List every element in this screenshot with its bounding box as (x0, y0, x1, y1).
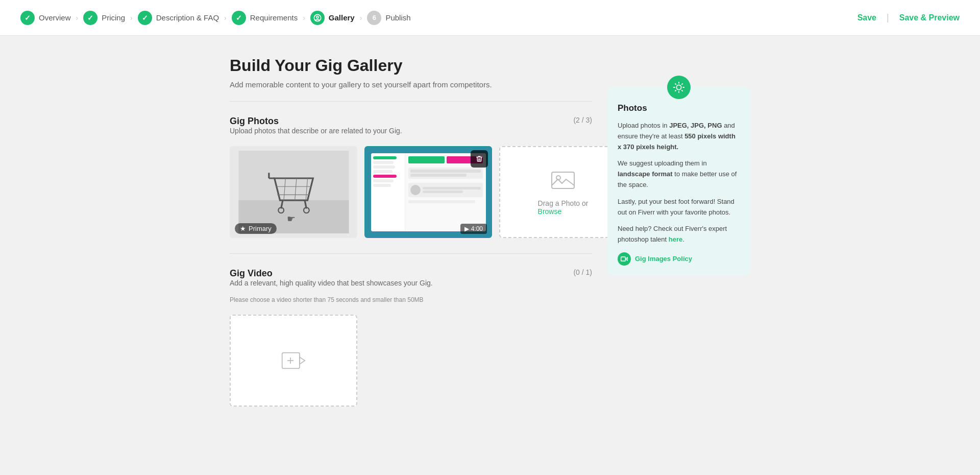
video-grid (230, 315, 592, 407)
step-icon-description: ✓ (138, 11, 152, 25)
tip-title: Photos (618, 103, 740, 113)
step-description[interactable]: ✓ Description & FAQ (138, 11, 219, 25)
tip-link-row: Gig Images Policy (618, 252, 740, 266)
step-icon-overview: ✓ (20, 11, 35, 25)
step-pricing[interactable]: ✓ Pricing (83, 11, 125, 25)
photo-item-1: ☛ ★ Primary (230, 146, 357, 238)
arrow-1: › (76, 14, 79, 22)
tip-para-4: Need help? Check out Fiverr's expert pho… (618, 224, 740, 245)
photo-item-2: ▶ 4:00 (364, 146, 492, 238)
cart-svg: ☛ (236, 151, 351, 233)
main-content: Build Your Gig Gallery Add memorable con… (209, 36, 771, 442)
stepper: ✓ Overview › ✓ Pricing › ✓ Description &… (20, 11, 411, 25)
video-section-title: Gig Video (230, 268, 433, 279)
delete-photo-button[interactable] (471, 150, 488, 168)
video-duration-badge: ▶ 4:00 (460, 224, 487, 234)
here-link[interactable]: here (669, 235, 682, 243)
dashboard-mockup (371, 153, 486, 231)
page-title: Build Your Gig Gallery (230, 56, 592, 75)
svg-point-1 (316, 16, 318, 18)
save-preview-button[interactable]: Save & Preview (899, 13, 960, 22)
dash-sidebar (371, 153, 406, 231)
primary-label: Primary (249, 225, 272, 232)
step-label-description: Description & FAQ (156, 13, 219, 22)
primary-badge: ★ Primary (235, 223, 277, 234)
arrow-3: › (224, 14, 227, 22)
header: ✓ Overview › ✓ Pricing › ✓ Description &… (0, 0, 980, 36)
svg-line-31 (682, 84, 682, 84)
svg-rect-33 (621, 257, 626, 261)
gig-photos-section: Gig Photos Upload photos that describe o… (230, 116, 592, 238)
image-placeholder-icon (551, 169, 575, 194)
policy-icon (618, 252, 631, 266)
step-icon-requirements: ✓ (232, 11, 246, 25)
video-upload-icon (281, 350, 306, 371)
photos-section-header: Gig Photos Upload photos that describe o… (230, 116, 592, 144)
step-label-requirements: Requirements (250, 13, 298, 22)
tip-para-3: Lastly, put your best foot forward! Stan… (618, 197, 740, 218)
step-gallery[interactable]: Gallery (310, 11, 355, 25)
step-publish[interactable]: 6 Publish (367, 11, 410, 25)
svg-line-26 (675, 84, 676, 84)
video-upload-placeholder[interactable] (230, 315, 357, 407)
svg-line-30 (675, 90, 676, 91)
photos-section-desc: Upload photos that describe or are relat… (230, 127, 402, 135)
tip-sidebar: Photos Upload photos in JPEG, JPG, PNG a… (607, 56, 750, 422)
arrow-2: › (130, 14, 133, 22)
browse-link[interactable]: Browse (538, 207, 562, 216)
svg-text:☛: ☛ (286, 213, 295, 224)
arrow-4: › (303, 14, 305, 22)
photos-count: (2 / 3) (573, 116, 592, 124)
video-duration: 4:00 (471, 225, 483, 232)
step-icon-publish: 6 (367, 11, 381, 25)
trash-icon (476, 155, 483, 162)
step-icon-pricing: ✓ (83, 11, 97, 25)
svg-marker-20 (300, 357, 305, 364)
step-overview[interactable]: ✓ Overview (20, 11, 71, 25)
photos-section-title: Gig Photos (230, 116, 402, 127)
video-section-note: Please choose a video shorter than 75 se… (230, 296, 433, 303)
step-label-publish: Publish (385, 13, 410, 22)
step-label-overview: Overview (39, 13, 71, 22)
play-icon: ▶ (464, 225, 469, 232)
photo-grid: ☛ ★ Primary (230, 146, 592, 238)
arrow-5: › (360, 14, 362, 22)
step-icon-gallery (310, 11, 325, 25)
svg-rect-17 (552, 172, 574, 188)
divider: | (887, 12, 889, 23)
drag-photo-text: Drag a Photo or Browse (538, 199, 589, 216)
step-label-pricing: Pricing (102, 13, 125, 22)
video-title-group: Gig Video Add a relevant, high quality v… (230, 268, 433, 313)
video-count: (0 / 1) (573, 268, 592, 276)
page-subtitle: Add memorable content to your gallery to… (230, 80, 592, 89)
step-label-gallery: Gallery (329, 13, 355, 22)
svg-line-27 (682, 90, 682, 91)
gig-video-section: Gig Video Add a relevant, high quality v… (230, 268, 592, 407)
star-icon: ★ (240, 225, 246, 232)
save-button[interactable]: Save (857, 13, 876, 22)
tip-para-1: Upload photos in JPEG, JPG, PNG and ensu… (618, 121, 740, 152)
section-divider (230, 101, 592, 102)
video-section-header: Gig Video Add a relevant, high quality v… (230, 268, 592, 313)
header-actions: Save | Save & Preview (857, 12, 960, 23)
tip-card: Photos Upload photos in JPEG, JPG, PNG a… (607, 87, 750, 276)
gig-images-policy-link[interactable]: Gig Images Policy (635, 255, 692, 263)
tip-bulb-icon (667, 76, 691, 99)
photos-title-group: Gig Photos Upload photos that describe o… (230, 116, 402, 144)
step-requirements[interactable]: ✓ Requirements (232, 11, 298, 25)
tip-para-2: We suggest uploading them in landscape f… (618, 158, 740, 190)
video-section-desc: Add a relevant, high quality video that … (230, 279, 433, 287)
content-area: Build Your Gig Gallery Add memorable con… (230, 56, 592, 422)
video-section-divider (230, 253, 592, 254)
svg-point-23 (676, 85, 681, 89)
